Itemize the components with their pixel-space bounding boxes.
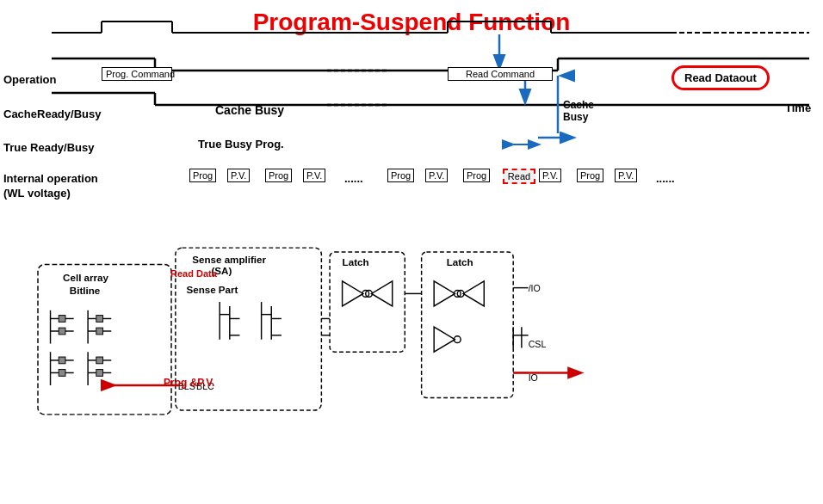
svg-text:/IO: /IO [529, 283, 541, 293]
svg-text:Cell array: Cell array [63, 272, 108, 283]
svg-rect-41 [96, 328, 103, 335]
svg-text:Sense amplifier: Sense amplifier [192, 254, 266, 265]
dots-2: ...... [656, 172, 675, 185]
svg-rect-45 [59, 357, 65, 364]
pv-box-4: P.V. [539, 169, 561, 182]
prog-box-5: Prog [577, 169, 603, 182]
pv-box-1: P.V. [227, 169, 250, 182]
read-dataout-box: Read Dataout [671, 65, 770, 90]
prog-box-2: Prog [265, 169, 292, 182]
read-box: Read [503, 169, 535, 184]
pv-box-5: P.V. [615, 169, 637, 182]
svg-marker-77 [372, 281, 393, 306]
svg-rect-34 [59, 328, 65, 335]
operation-label: Operation [3, 73, 56, 86]
prog-box-4: Prog [463, 169, 490, 182]
cache-busy-label: Cache Busy [215, 103, 284, 117]
svg-text:IO: IO [529, 372, 538, 383]
svg-rect-38 [96, 316, 103, 323]
prog-command-box: Prog. Command [102, 67, 172, 81]
svg-marker-85 [434, 327, 455, 352]
svg-rect-26 [38, 265, 171, 415]
svg-text:Latch: Latch [343, 256, 369, 267]
svg-rect-55 [96, 370, 103, 377]
svg-text:Sense Part: Sense Part [186, 284, 238, 295]
prog-box-3: Prog [387, 169, 414, 182]
read-command-box: Read Command [448, 67, 553, 81]
svg-rect-79 [422, 252, 514, 398]
svg-rect-52 [96, 357, 103, 364]
read-data-label: Read Data [170, 268, 217, 279]
cache-busy-2-label: CacheBusy [563, 99, 594, 124]
true-busy-label: True Busy Prog. [198, 138, 284, 151]
time-label: Time [785, 101, 811, 114]
svg-text:Bitline: Bitline [70, 285, 101, 296]
prog-pv-label: Prog &P.V. [164, 377, 214, 389]
pv-box-2: P.V. [303, 169, 325, 182]
prog-box-1: Prog [189, 169, 216, 182]
svg-rect-48 [59, 370, 65, 377]
circuit-diagram: Cell array Bitline [0, 198, 823, 464]
true-ready-label: True Ready/Busy [3, 141, 95, 154]
svg-marker-75 [343, 281, 363, 306]
pv-box-3: P.V. [425, 169, 448, 182]
svg-text:Latch: Latch [447, 256, 473, 267]
main-container: Program-Suspend Function [0, 0, 823, 504]
svg-text:CSL: CSL [529, 339, 547, 349]
svg-marker-83 [463, 281, 484, 306]
internal-op-label: Internal operation(WL voltage) [3, 172, 98, 201]
cache-ready-label: CacheReady/Busy [3, 108, 101, 120]
svg-marker-81 [434, 281, 455, 306]
svg-rect-31 [59, 316, 65, 323]
dots-1: ...... [344, 172, 363, 185]
